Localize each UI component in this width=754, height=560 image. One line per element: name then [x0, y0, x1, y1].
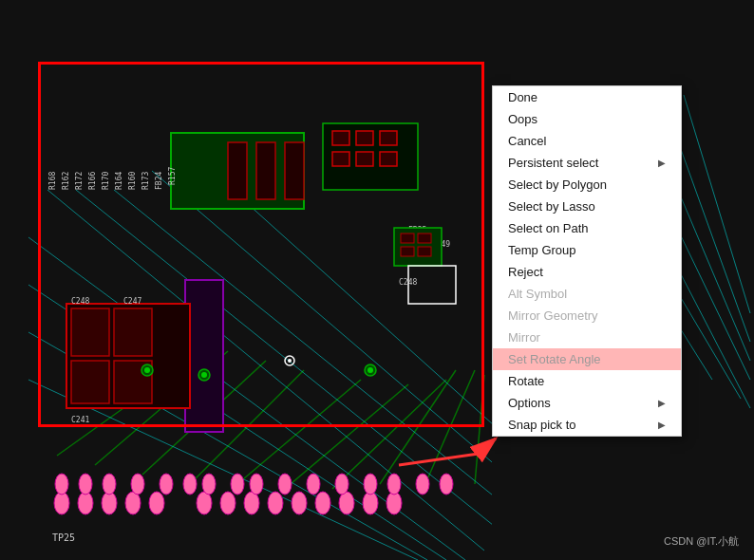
menu-label-cancel: Cancel [508, 134, 546, 148]
svg-text:C248: C248 [71, 297, 89, 306]
menu-item-select-on-path[interactable]: Select on Path [493, 217, 681, 239]
svg-rect-44 [71, 361, 109, 403]
svg-point-70 [268, 492, 283, 514]
svg-point-74 [363, 492, 378, 514]
svg-point-104 [368, 367, 373, 373]
svg-point-69 [244, 492, 259, 514]
svg-point-86 [278, 474, 292, 495]
svg-point-100 [201, 372, 207, 378]
svg-point-63 [78, 492, 93, 514]
svg-text:C247: C247 [123, 297, 141, 306]
svg-text:R173: R173 [141, 172, 150, 190]
menu-item-reject[interactable]: Reject [493, 261, 681, 283]
svg-rect-37 [380, 152, 397, 166]
svg-point-77 [55, 474, 68, 495]
svg-rect-95 [418, 233, 431, 243]
menu-item-alt-symbol: Alt Symbol [493, 283, 681, 305]
svg-rect-42 [71, 308, 109, 356]
menu-item-options[interactable]: Options▶ [493, 392, 681, 414]
svg-point-75 [386, 492, 402, 514]
svg-point-87 [307, 474, 320, 495]
svg-text:R164: R164 [115, 172, 123, 190]
menu-label-temp-group: Temp Group [508, 243, 576, 257]
svg-point-85 [250, 474, 263, 495]
svg-point-64 [102, 492, 117, 514]
menu-label-oops: Oops [508, 112, 537, 126]
submenu-arrow-options: ▶ [658, 398, 666, 408]
svg-rect-43 [114, 308, 152, 356]
svg-point-88 [335, 474, 349, 495]
svg-text:C241: C241 [71, 416, 89, 424]
svg-text:R162: R162 [62, 172, 70, 190]
svg-text:R168: R168 [48, 172, 57, 190]
menu-item-done[interactable]: Done [493, 86, 681, 108]
svg-text:FB24: FB24 [155, 172, 163, 190]
svg-rect-32 [332, 131, 349, 145]
svg-text:R157: R157 [168, 167, 177, 185]
submenu-arrow-snap-pick-to: ▶ [658, 420, 666, 430]
svg-point-65 [125, 492, 141, 514]
svg-point-80 [131, 474, 144, 495]
menu-label-snap-pick-to: Snap pick to [508, 418, 576, 432]
menu-item-snap-pick-to[interactable]: Snap pick to▶ [493, 414, 681, 436]
menu-item-temp-group[interactable]: Temp Group [493, 239, 681, 261]
menu-label-mirror-geometry: Mirror Geometry [508, 308, 598, 323]
menu-label-rotate: Rotate [508, 374, 544, 388]
svg-rect-97 [418, 247, 431, 256]
menu-label-reject: Reject [508, 265, 543, 279]
svg-point-72 [315, 492, 330, 514]
svg-point-102 [144, 367, 150, 373]
svg-rect-34 [380, 131, 397, 145]
menu-item-mirror-geometry: Mirror Geometry [493, 305, 681, 327]
svg-point-66 [149, 492, 164, 514]
svg-rect-96 [401, 247, 414, 256]
svg-rect-29 [256, 142, 275, 199]
menu-label-persistent-select: Persistent select [508, 156, 598, 170]
menu-label-done: Done [508, 90, 537, 104]
svg-point-73 [339, 492, 354, 514]
svg-point-91 [416, 474, 429, 495]
svg-point-106 [288, 359, 292, 363]
svg-point-83 [202, 474, 216, 495]
svg-point-81 [160, 474, 173, 495]
svg-text:R172: R172 [75, 172, 84, 190]
menu-item-select-by-lasso[interactable]: Select by Lasso [493, 196, 681, 217]
svg-point-90 [387, 474, 401, 495]
svg-point-82 [183, 474, 197, 495]
svg-point-78 [79, 474, 92, 495]
menu-item-select-by-polygon[interactable]: Select by Polygon [493, 174, 681, 196]
menu-item-rotate[interactable]: Rotate [493, 370, 681, 392]
menu-label-select-on-path: Select on Path [508, 221, 589, 235]
svg-text:R170: R170 [102, 172, 110, 190]
svg-text:R160: R160 [128, 172, 137, 190]
menu-label-select-by-polygon: Select by Polygon [508, 177, 607, 192]
svg-rect-35 [332, 152, 349, 166]
menu-label-mirror: Mirror [508, 330, 540, 345]
svg-text:R166: R166 [88, 172, 97, 190]
menu-label-select-by-lasso: Select by Lasso [508, 199, 595, 214]
menu-label-options: Options [508, 396, 551, 410]
svg-point-67 [197, 492, 212, 514]
svg-rect-94 [401, 233, 414, 243]
svg-rect-30 [285, 142, 304, 199]
svg-rect-33 [356, 131, 373, 145]
menu-item-set-rotate-angle[interactable]: Set Rotate Angle [493, 348, 681, 370]
svg-rect-36 [356, 152, 373, 166]
svg-point-84 [231, 474, 244, 495]
svg-point-68 [220, 492, 236, 514]
menu-item-oops[interactable]: Oops [493, 108, 681, 130]
menu-item-cancel[interactable]: Cancel [493, 130, 681, 152]
svg-point-62 [54, 492, 69, 514]
menu-item-persistent-select[interactable]: Persistent select▶ [493, 152, 681, 174]
submenu-arrow-persistent-select: ▶ [658, 158, 666, 168]
svg-rect-107 [492, 0, 754, 85]
svg-text:TP25: TP25 [52, 532, 75, 543]
menu-label-alt-symbol: Alt Symbol [508, 287, 567, 301]
watermark: CSDN @IT.小航 [664, 534, 739, 549]
svg-point-71 [292, 492, 307, 514]
menu-label-set-rotate-angle: Set Rotate Angle [508, 352, 601, 366]
menu-item-mirror: Mirror [493, 327, 681, 348]
svg-point-89 [364, 474, 377, 495]
context-menu: DoneOopsCancelPersistent select▶Select b… [492, 85, 682, 437]
svg-point-92 [440, 474, 453, 495]
